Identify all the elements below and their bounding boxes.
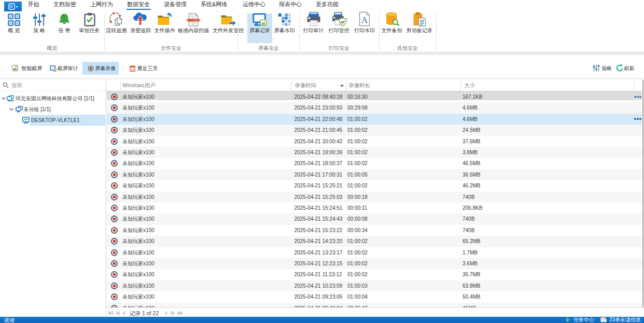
- sort-desc-icon[interactable]: [340, 85, 344, 87]
- cell-size: 36.5MB: [463, 169, 480, 180]
- ribbon-item-sensitive-scan-doc[interactable]: 敏感内容扫描: [175, 14, 212, 43]
- cell-time: 2025-04-21 15:24:51: [295, 203, 343, 213]
- menu-item-9[interactable]: 更多功能: [316, 0, 339, 11]
- table-row[interactable]: 未知玩家x1002025-04-21 15:24:5100:00:11206.8…: [107, 203, 642, 213]
- tree-node-3[interactable]: DESKTOP-VLKTLE1: [0, 115, 106, 126]
- menu-item-3[interactable]: 上网行为: [90, 0, 113, 11]
- record-dot-icon: [111, 271, 118, 278]
- search-box[interactable]: 搜索: [0, 79, 106, 91]
- cell-time: 2025-04-21 11:23:12: [295, 269, 342, 280]
- vertical-scrollbar[interactable]: [642, 79, 644, 317]
- search-input[interactable]: 搜索: [11, 81, 22, 89]
- table-row[interactable]: 未知玩家x1002025-04-21 18:00:3701:00:0246.5M…: [107, 158, 642, 169]
- cell-time: 2025-04-21 18:00:37: [295, 158, 343, 169]
- ribbon-item-file-out-folder[interactable]: 文件外发管控: [210, 14, 246, 43]
- app-menu-button[interactable]: [4, 2, 22, 12]
- column-separator[interactable]: [346, 82, 347, 91]
- tab-screenshot-audit[interactable]: 截屏审计: [48, 62, 81, 75]
- column-separator[interactable]: [291, 82, 291, 91]
- cell-size: 24.5MB: [463, 125, 480, 136]
- menu-item-5[interactable]: 设备管理: [164, 0, 187, 11]
- ribbon-item-screen-record-monitor[interactable]: 屏幕记录: [247, 14, 272, 43]
- first-page-button[interactable]: [108, 311, 114, 315]
- column-header-1[interactable]: Windows用户: [122, 79, 156, 91]
- row-actions-menu[interactable]: [634, 118, 641, 120]
- cell-duration: 01:00:02: [347, 158, 368, 169]
- tab-screen-video-record[interactable]: 屏幕录像: [82, 62, 119, 75]
- ribbon-item-file-op-folder[interactable]: 文件操作: [151, 14, 178, 43]
- table-row[interactable]: 未知玩家x1002025-04-21 19:00:3901:00:023.8MB: [107, 147, 642, 158]
- scrollbar-thumb[interactable]: [642, 80, 643, 317]
- table-row[interactable]: 未知玩家x1002025-04-21 11:23:1201:00:0235.7M…: [107, 269, 642, 280]
- cell-user: 未知玩家x100: [122, 158, 155, 169]
- table-row[interactable]: 未知玩家x1002025-04-21 15:24:4300:00:08740B: [107, 213, 642, 224]
- table-row[interactable]: 未知玩家x1002025-04-21 15:25:0300:00:18740B: [107, 192, 642, 203]
- screen-video-record-icon: [88, 65, 94, 72]
- tree-node-1[interactable]: 河北安固云网络科技有限公司 [1/1]: [0, 93, 106, 104]
- fast-next-button[interactable]: [170, 311, 175, 315]
- column-header-2[interactable]: 录像时间: [295, 79, 316, 91]
- table-row[interactable]: 未知玩家x1002025-04-21 14:23:2001:00:0265.2M…: [107, 236, 642, 247]
- ribbon-item-alert-bell[interactable]: 告 警: [51, 14, 78, 43]
- table-row[interactable]: 未知玩家x1002025-04-21 23:00:5000:29:584.6MB: [107, 102, 642, 113]
- cell-duration: 00:00:18: [347, 192, 368, 203]
- table-row[interactable]: 未知玩家x1002025-04-21 20:00:4201:00:0237.6M…: [107, 136, 642, 147]
- column-header-3[interactable]: 录像时长: [348, 79, 370, 91]
- menu-item-6[interactable]: 系统&网络: [201, 0, 227, 11]
- unread-messages-button[interactable]: 23条未读信息: [600, 317, 644, 323]
- ribbon-item-print-watermark[interactable]: A 打印水印: [351, 14, 378, 43]
- cell-size: 167.1KB: [463, 91, 482, 102]
- table-row[interactable]: 未知玩家x1002025-04-21 12:23:1501:00:023.6MB: [107, 258, 642, 269]
- table-row[interactable]: 未知玩家x1002025-04-21 13:23:1701:00:021.7MB: [107, 247, 642, 258]
- column-separator[interactable]: [460, 82, 461, 91]
- table-row[interactable]: 未知玩家x1002025-04-21 17:00:3101:00:0536.5M…: [107, 169, 642, 180]
- ribbon-item-clipboard-record[interactable]: 剪切板记录: [401, 14, 438, 43]
- toolbar-action-refresh-arrow[interactable]: 刷新: [614, 62, 638, 75]
- menu-item-7[interactable]: 运维中心: [243, 0, 265, 11]
- ribbon-item-policy-sliders[interactable]: 策 略: [26, 14, 53, 43]
- column-header-4[interactable]: 大小: [464, 79, 475, 91]
- ribbon-item-approval-clipboard[interactable]: 审批任务: [76, 14, 103, 43]
- chevron-down-icon[interactable]: [2, 97, 6, 100]
- ribbon-item-label: 泄密追踪: [127, 28, 154, 33]
- column-separator[interactable]: [634, 82, 634, 91]
- ribbon-item-overview-grid[interactable]: 概 览: [1, 14, 27, 43]
- table-row[interactable]: 未知玩家x1002025-04-21 10:23:0901:00:0363.8M…: [107, 280, 642, 291]
- tab-smart-screenshot[interactable]: 智能截屏: [10, 62, 45, 75]
- column-separator[interactable]: [120, 82, 121, 91]
- task-center-label: 任务中心: [573, 317, 594, 323]
- table-header[interactable]: Windows用户录像时间录像时长大小: [107, 79, 641, 91]
- table-row[interactable]: 未知玩家x1002025-04-21 22:00:4801:00:024.6MB: [107, 114, 642, 125]
- prev-page-button[interactable]: [123, 311, 125, 315]
- task-center-button[interactable]: 任务中心: [565, 317, 596, 323]
- table-row[interactable]: 未知玩家x1002025-04-21 09:23:0501:00:0450.4M…: [107, 291, 642, 302]
- cell-size: 46.2MB: [463, 180, 480, 191]
- last-page-button[interactable]: [177, 311, 182, 315]
- next-page-button[interactable]: [165, 311, 167, 315]
- menu-item-4[interactable]: 数据安全: [127, 0, 150, 11]
- ribbon-item-leak-track-cloud[interactable]: 泄密追踪: [127, 14, 154, 43]
- tab-calendar-3days[interactable]: 23 最近三天: [127, 62, 161, 75]
- group-computers-icon: [16, 106, 23, 113]
- cell-size: 740B: [463, 225, 474, 236]
- row-actions-menu[interactable]: [634, 96, 641, 98]
- ribbon-item-print-control[interactable]: 打印管控: [326, 14, 353, 43]
- table-row[interactable]: 未知玩家x1002025-04-22 08:40:1800:16:30167.1…: [107, 91, 642, 102]
- chevron-down-icon[interactable]: [9, 108, 13, 111]
- ribbon-item-screen-watermark-mosaic[interactable]: 屏幕水印: [271, 14, 298, 43]
- table-row[interactable]: 未知玩家x1002025-04-21 15:25:2101:00:0246.2M…: [107, 180, 642, 191]
- ribbon-item-print-audit[interactable]: 打印审计: [300, 14, 327, 43]
- table-row[interactable]: 未知玩家x1002025-04-21 21:00:4501:00:0224.5M…: [107, 125, 642, 136]
- tree-node-2[interactable]: 未分组 [1/1]: [0, 104, 106, 115]
- menu-item-2[interactable]: 文档加密: [53, 0, 76, 11]
- file-op-folder-icon: [151, 14, 178, 26]
- menu-item-8[interactable]: 报表中心: [279, 0, 302, 11]
- cell-size: 65.2MB: [463, 236, 480, 247]
- toolbar-action-policy-sliders-small[interactable]: 策略: [591, 62, 615, 75]
- tree-node-label: DESKTOP-VLKTLE1: [31, 115, 80, 126]
- fast-prev-button[interactable]: [116, 311, 120, 315]
- cell-size: 4.6MB: [463, 102, 478, 113]
- ribbon-item-flow-trace[interactable]: 流转追溯: [103, 14, 130, 43]
- table-row[interactable]: 未知玩家x1002025-04-21 15:23:2200:00:34740B: [107, 225, 642, 236]
- menu-item-1[interactable]: 开始: [28, 0, 39, 11]
